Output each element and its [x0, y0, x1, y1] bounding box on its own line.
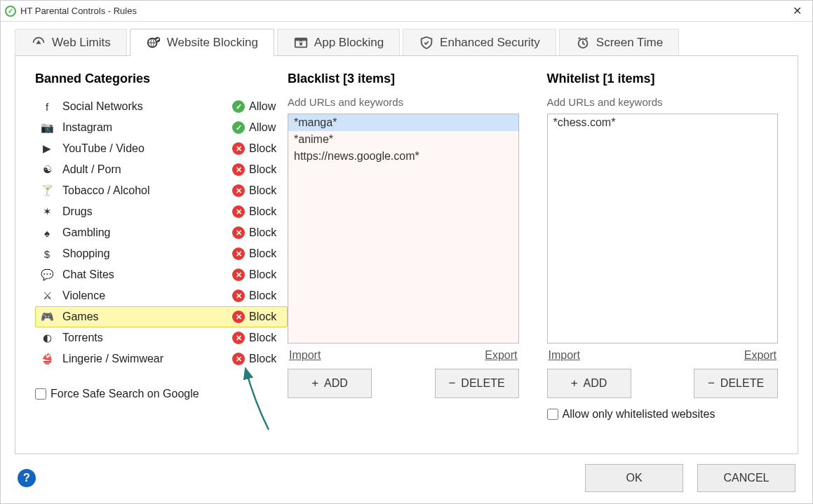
category-icon: 📷: [39, 121, 55, 134]
blacklist-import-link[interactable]: Import: [289, 349, 321, 362]
list-item[interactable]: https://news.google.com*: [288, 148, 518, 165]
whitelist-add-button[interactable]: + ADD: [547, 369, 631, 398]
category-name: Chat Sites: [55, 268, 232, 281]
category-icon: 💬: [39, 268, 55, 281]
tab-label: Screen Time: [596, 36, 663, 50]
whitelist-listbox[interactable]: *chess.com*: [547, 114, 779, 343]
category-status: Block: [249, 142, 281, 155]
category-row[interactable]: 👙Lingerie / Swimwear✕Block: [35, 348, 288, 369]
block-icon: ✕: [232, 268, 245, 281]
whitelist-import-link[interactable]: Import: [549, 349, 580, 362]
block-icon: ✕: [232, 247, 245, 260]
block-icon: ✕: [232, 184, 245, 197]
whitelist-delete-button[interactable]: − DELETE: [694, 369, 778, 398]
minus-icon: −: [448, 376, 455, 390]
list-item[interactable]: *manga*: [288, 114, 518, 131]
clock-icon: [575, 35, 591, 50]
category-status: Allow: [249, 121, 281, 134]
category-row[interactable]: ◐Torrents✕Block: [35, 327, 288, 348]
category-row[interactable]: ⚔Violence✕Block: [35, 285, 288, 306]
close-icon[interactable]: ✕: [783, 4, 811, 18]
block-icon: ✕: [232, 332, 245, 344]
categories-list: fSocial Networks✓Allow📷Instagram✓Allow▶Y…: [35, 96, 288, 369]
blacklist-title: Blacklist [3 items]: [288, 71, 519, 86]
whitelist-hint: Add URLs and keywords: [547, 96, 779, 108]
tab-panel: Banned Categories fSocial Networks✓Allow…: [15, 55, 798, 454]
window-lock-icon: [293, 35, 309, 50]
category-row[interactable]: fSocial Networks✓Allow: [35, 96, 288, 117]
category-status: Block: [249, 290, 281, 302]
tab-web-limits[interactable]: Web Limits: [15, 29, 127, 56]
whitelist-export-link[interactable]: Export: [744, 349, 777, 362]
allow-icon: ✓: [232, 121, 245, 134]
list-item[interactable]: *chess.com*: [548, 114, 778, 131]
plus-icon: +: [571, 376, 578, 390]
tab-label: Website Blocking: [167, 36, 258, 50]
checkbox-icon[interactable]: [547, 409, 558, 420]
checkbox-icon[interactable]: [35, 388, 46, 400]
category-icon: ▶: [39, 142, 55, 155]
shield-icon: [419, 35, 434, 50]
help-icon[interactable]: ?: [18, 469, 36, 487]
category-row[interactable]: 📷Instagram✓Allow: [35, 117, 288, 138]
tab-enhanced-security[interactable]: Enhanced Security: [403, 29, 556, 56]
tabs: Web Limits Website Blocking App Blocking…: [1, 22, 812, 56]
ok-button[interactable]: OK: [585, 464, 683, 492]
tab-screen-time[interactable]: Screen Time: [559, 29, 679, 56]
blacklist-listbox[interactable]: *manga**anime*https://news.google.com*: [288, 114, 519, 343]
tab-label: Web Limits: [52, 36, 111, 50]
category-icon: $: [39, 248, 55, 260]
svg-rect-4: [300, 43, 302, 46]
category-row[interactable]: $Shopping✕Block: [35, 243, 288, 264]
category-status: Block: [249, 226, 281, 239]
whitelist-column: Whitelist [1 items] Add URLs and keyword…: [547, 71, 779, 441]
category-row[interactable]: ✶Drugs✕Block: [35, 201, 288, 222]
category-icon: ◐: [39, 332, 55, 344]
blacklist-add-button[interactable]: + ADD: [288, 369, 372, 398]
minus-icon: −: [708, 376, 715, 390]
only-whitelist-checkbox[interactable]: Allow only whitelisted websites: [547, 408, 779, 421]
blacklist-column: Blacklist [3 items] Add URLs and keyword…: [288, 71, 519, 441]
category-status: Block: [249, 353, 281, 365]
plus-icon: +: [311, 376, 318, 390]
checkbox-label: Allow only whitelisted websites: [563, 408, 715, 421]
list-item[interactable]: *anime*: [288, 131, 518, 148]
category-row[interactable]: 🎮Games✕Block: [35, 306, 288, 327]
category-icon: f: [39, 101, 55, 113]
category-name: Adult / Porn: [55, 163, 232, 176]
category-status: Block: [249, 247, 281, 260]
tab-website-blocking[interactable]: Website Blocking: [130, 29, 274, 56]
category-row[interactable]: 🍸Tobacco / Alcohol✕Block: [35, 180, 288, 201]
tab-label: App Blocking: [314, 36, 384, 50]
categories-title: Banned Categories: [35, 71, 288, 86]
checkbox-label: Force Safe Search on Google: [51, 388, 199, 400]
force-safe-search-checkbox[interactable]: Force Safe Search on Google: [35, 388, 288, 400]
button-label: DELETE: [461, 377, 504, 390]
category-name: Games: [55, 311, 232, 323]
category-status: Block: [249, 311, 281, 323]
category-icon: 👙: [39, 353, 55, 365]
blacklist-delete-button[interactable]: − DELETE: [435, 369, 519, 398]
dialog-buttons: ? OK CANCEL: [1, 464, 812, 503]
category-name: Social Networks: [55, 100, 232, 113]
category-row[interactable]: 💬Chat Sites✕Block: [35, 264, 288, 285]
block-icon: ✕: [232, 311, 245, 323]
category-name: Torrents: [55, 332, 232, 344]
category-name: YouTube / Video: [55, 142, 232, 155]
blacklist-export-link[interactable]: Export: [485, 349, 517, 362]
title-bar: ✓ HT Parental Controls - Rules ✕: [1, 1, 812, 22]
category-status: Block: [249, 163, 281, 176]
button-label: ADD: [324, 377, 348, 390]
cancel-button[interactable]: CANCEL: [697, 464, 795, 492]
tab-app-blocking[interactable]: App Blocking: [277, 29, 400, 56]
category-icon: ✶: [39, 205, 55, 218]
category-row[interactable]: ▶YouTube / Video✕Block: [35, 138, 288, 159]
allow-icon: ✓: [232, 100, 245, 113]
category-row[interactable]: ☯Adult / Porn✕Block: [35, 159, 288, 180]
category-row[interactable]: ♠Gambling✕Block: [35, 222, 288, 243]
tab-label: Enhanced Security: [440, 36, 540, 50]
category-status: Block: [249, 184, 281, 197]
block-icon: ✕: [232, 290, 245, 302]
category-name: Drugs: [55, 205, 232, 218]
category-name: Instagram: [55, 121, 232, 134]
